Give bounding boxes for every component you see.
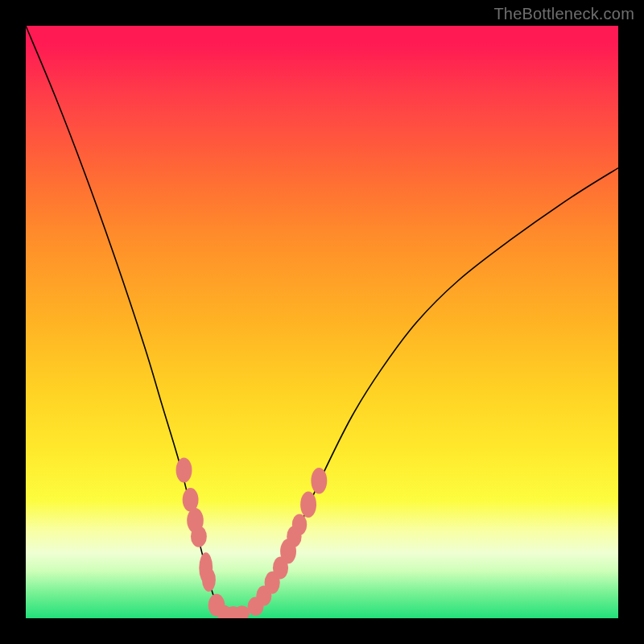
highlight-markers [176,458,328,618]
marker-dot [311,468,327,493]
bottleneck-curve-line [26,26,618,613]
chart-frame: TheBottleneck.com [0,0,644,644]
marker-dot [300,492,316,518]
marker-dot [176,458,192,483]
plot-area [26,26,618,618]
marker-dot [191,526,207,547]
curve-svg [26,26,618,618]
watermark-text: TheBottleneck.com [493,5,634,23]
marker-dot [292,514,307,535]
marker-dot [202,568,216,591]
marker-dot [183,488,199,511]
